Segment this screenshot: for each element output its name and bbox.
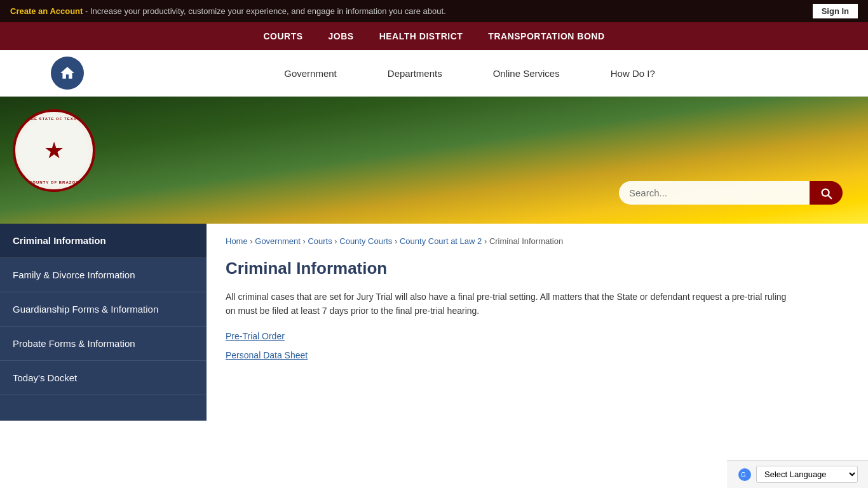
- sidebar-item-probate[interactable]: Probate Forms & Information: [0, 327, 207, 361]
- main-content: Home › Government › Courts › County Cour…: [207, 224, 868, 421]
- personal-data-sheet-link[interactable]: Personal Data Sheet: [226, 350, 849, 360]
- nav-online-services[interactable]: Online Services: [493, 68, 560, 79]
- page-title: Criminal Information: [226, 259, 849, 278]
- sidebar-item-family[interactable]: Family & Divorce Information: [0, 258, 207, 292]
- nav-departments[interactable]: Departments: [388, 68, 442, 79]
- breadcrumb-courts[interactable]: Courts: [308, 236, 332, 246]
- texas-seal: THE STATE OF TEXAS ★ COUNTY OF BRAZOS: [13, 109, 95, 192]
- home-button[interactable]: [51, 57, 84, 90]
- hero-sky-bg: [0, 97, 868, 224]
- content-area: Criminal Information Family & Divorce In…: [0, 224, 868, 421]
- quick-link-health[interactable]: HEALTH DISTRICT: [379, 31, 463, 41]
- search-button[interactable]: [810, 181, 843, 205]
- breadcrumb-county-courts[interactable]: County Courts: [339, 236, 392, 246]
- hero-banner: THE STATE OF TEXAS ★ COUNTY OF BRAZOS: [0, 97, 868, 224]
- search-bar: [619, 181, 843, 205]
- home-icon: [59, 65, 76, 81]
- quick-link-courts[interactable]: COURTS: [263, 31, 302, 41]
- pretrial-order-link[interactable]: Pre-Trial Order: [226, 331, 849, 341]
- breadcrumb-government[interactable]: Government: [255, 236, 301, 246]
- footer-translate-bar: G Select Language Spanish French German …: [727, 460, 868, 488]
- sidebar-item-guardianship[interactable]: Guardianship Forms & Information: [0, 292, 207, 327]
- banner-description: - Increase your productivity, customize …: [83, 6, 445, 16]
- create-account-link[interactable]: Create an Account: [10, 6, 83, 16]
- body-text: All criminal cases that are set for Jury…: [226, 290, 797, 318]
- quick-links-bar: COURTS JOBS HEALTH DISTRICT TRANSPORTATI…: [0, 22, 868, 50]
- breadcrumb-current: Criminal Information: [489, 236, 563, 246]
- quick-link-jobs[interactable]: JOBS: [329, 31, 354, 41]
- google-translate: G Select Language Spanish French German …: [737, 466, 858, 483]
- breadcrumb: Home › Government › Courts › County Cour…: [226, 236, 849, 246]
- language-select[interactable]: Select Language Spanish French German Ch…: [756, 466, 858, 483]
- top-banner: Create an Account - Increase your produc…: [0, 0, 868, 22]
- sidebar: Criminal Information Family & Divorce In…: [0, 224, 207, 421]
- sign-in-button[interactable]: Sign In: [813, 4, 858, 18]
- nav-government[interactable]: Government: [284, 68, 337, 79]
- svg-text:G: G: [741, 471, 746, 478]
- nav-how-do-i[interactable]: How Do I?: [611, 68, 655, 79]
- search-icon: [819, 186, 833, 200]
- nav-links: Government Departments Online Services H…: [122, 68, 817, 79]
- banner-text: Create an Account - Increase your produc…: [10, 6, 446, 16]
- quick-link-transportation[interactable]: TRANSPORTATION BOND: [488, 31, 604, 41]
- main-nav: Government Departments Online Services H…: [0, 50, 868, 97]
- breadcrumb-home[interactable]: Home: [226, 236, 248, 246]
- breadcrumb-county-court-law2[interactable]: County Court at Law 2: [400, 236, 482, 246]
- sidebar-item-docket[interactable]: Today's Docket: [0, 361, 207, 395]
- sidebar-item-criminal[interactable]: Criminal Information: [0, 224, 207, 258]
- search-input[interactable]: [619, 181, 810, 205]
- google-translate-icon: G: [737, 467, 752, 482]
